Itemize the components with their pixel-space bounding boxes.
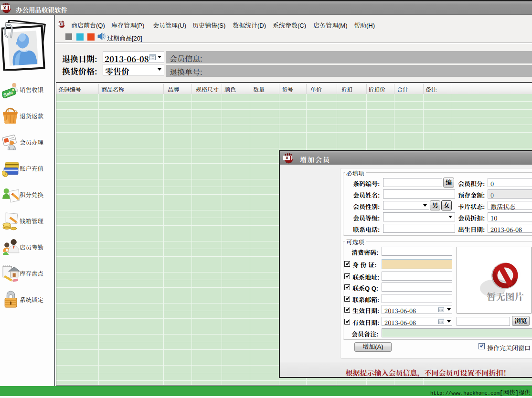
svg-text:¥: ¥ — [60, 22, 62, 26]
svg-text:¥: ¥ — [286, 155, 288, 160]
svg-text:暂无图片: 暂无图片 — [487, 290, 524, 303]
svg-text:¥: ¥ — [3, 5, 6, 10]
